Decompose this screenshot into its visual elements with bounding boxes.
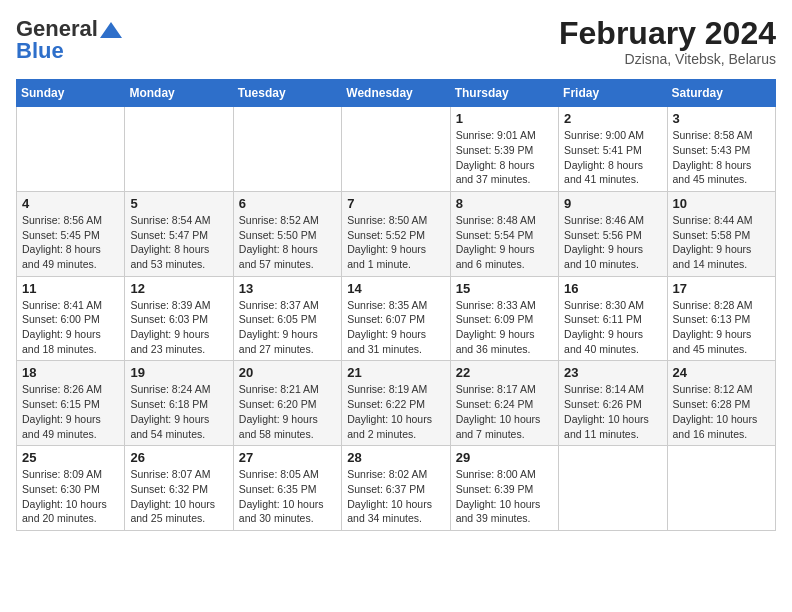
day-info: Sunrise: 8:52 AM Sunset: 5:50 PM Dayligh… [239,213,336,272]
day-number: 25 [22,450,119,465]
calendar-day-header: Friday [559,80,667,107]
calendar-cell: 5Sunrise: 8:54 AM Sunset: 5:47 PM Daylig… [125,191,233,276]
day-number: 16 [564,281,661,296]
day-number: 21 [347,365,444,380]
day-number: 8 [456,196,553,211]
calendar-cell: 12Sunrise: 8:39 AM Sunset: 6:03 PM Dayli… [125,276,233,361]
calendar-week-row: 4Sunrise: 8:56 AM Sunset: 5:45 PM Daylig… [17,191,776,276]
day-info: Sunrise: 8:09 AM Sunset: 6:30 PM Dayligh… [22,467,119,526]
day-info: Sunrise: 8:26 AM Sunset: 6:15 PM Dayligh… [22,382,119,441]
day-number: 19 [130,365,227,380]
calendar-cell: 3Sunrise: 8:58 AM Sunset: 5:43 PM Daylig… [667,107,775,192]
calendar-cell: 4Sunrise: 8:56 AM Sunset: 5:45 PM Daylig… [17,191,125,276]
calendar-day-header: Wednesday [342,80,450,107]
day-info: Sunrise: 8:48 AM Sunset: 5:54 PM Dayligh… [456,213,553,272]
day-number: 1 [456,111,553,126]
day-info: Sunrise: 8:54 AM Sunset: 5:47 PM Dayligh… [130,213,227,272]
calendar-week-row: 1Sunrise: 9:01 AM Sunset: 5:39 PM Daylig… [17,107,776,192]
calendar-cell: 13Sunrise: 8:37 AM Sunset: 6:05 PM Dayli… [233,276,341,361]
calendar-table: SundayMondayTuesdayWednesdayThursdayFrid… [16,79,776,531]
day-info: Sunrise: 8:19 AM Sunset: 6:22 PM Dayligh… [347,382,444,441]
day-number: 6 [239,196,336,211]
calendar-header: SundayMondayTuesdayWednesdayThursdayFrid… [17,80,776,107]
day-number: 14 [347,281,444,296]
day-number: 22 [456,365,553,380]
day-number: 11 [22,281,119,296]
calendar-cell: 25Sunrise: 8:09 AM Sunset: 6:30 PM Dayli… [17,446,125,531]
page-subtitle: Dzisna, Vitebsk, Belarus [559,51,776,67]
page-title: February 2024 [559,16,776,51]
calendar-cell: 19Sunrise: 8:24 AM Sunset: 6:18 PM Dayli… [125,361,233,446]
logo: General Blue [16,16,122,64]
calendar-day-header: Tuesday [233,80,341,107]
calendar-day-header: Saturday [667,80,775,107]
calendar-cell: 28Sunrise: 8:02 AM Sunset: 6:37 PM Dayli… [342,446,450,531]
calendar-week-row: 18Sunrise: 8:26 AM Sunset: 6:15 PM Dayli… [17,361,776,446]
day-number: 23 [564,365,661,380]
calendar-week-row: 11Sunrise: 8:41 AM Sunset: 6:00 PM Dayli… [17,276,776,361]
calendar-cell: 23Sunrise: 8:14 AM Sunset: 6:26 PM Dayli… [559,361,667,446]
day-info: Sunrise: 8:37 AM Sunset: 6:05 PM Dayligh… [239,298,336,357]
day-number: 3 [673,111,770,126]
day-number: 28 [347,450,444,465]
calendar-cell: 14Sunrise: 8:35 AM Sunset: 6:07 PM Dayli… [342,276,450,361]
day-info: Sunrise: 8:00 AM Sunset: 6:39 PM Dayligh… [456,467,553,526]
svg-marker-0 [100,22,122,38]
day-info: Sunrise: 8:50 AM Sunset: 5:52 PM Dayligh… [347,213,444,272]
day-number: 18 [22,365,119,380]
calendar-cell: 20Sunrise: 8:21 AM Sunset: 6:20 PM Dayli… [233,361,341,446]
day-number: 12 [130,281,227,296]
calendar-cell: 27Sunrise: 8:05 AM Sunset: 6:35 PM Dayli… [233,446,341,531]
day-info: Sunrise: 8:35 AM Sunset: 6:07 PM Dayligh… [347,298,444,357]
day-info: Sunrise: 8:17 AM Sunset: 6:24 PM Dayligh… [456,382,553,441]
calendar-cell: 8Sunrise: 8:48 AM Sunset: 5:54 PM Daylig… [450,191,558,276]
day-number: 15 [456,281,553,296]
day-info: Sunrise: 8:58 AM Sunset: 5:43 PM Dayligh… [673,128,770,187]
day-info: Sunrise: 8:21 AM Sunset: 6:20 PM Dayligh… [239,382,336,441]
day-info: Sunrise: 8:14 AM Sunset: 6:26 PM Dayligh… [564,382,661,441]
calendar-cell [125,107,233,192]
day-info: Sunrise: 8:33 AM Sunset: 6:09 PM Dayligh… [456,298,553,357]
calendar-cell: 2Sunrise: 9:00 AM Sunset: 5:41 PM Daylig… [559,107,667,192]
title-block: February 2024 Dzisna, Vitebsk, Belarus [559,16,776,67]
calendar-cell: 1Sunrise: 9:01 AM Sunset: 5:39 PM Daylig… [450,107,558,192]
calendar-cell: 24Sunrise: 8:12 AM Sunset: 6:28 PM Dayli… [667,361,775,446]
day-number: 2 [564,111,661,126]
day-info: Sunrise: 8:56 AM Sunset: 5:45 PM Dayligh… [22,213,119,272]
calendar-cell: 17Sunrise: 8:28 AM Sunset: 6:13 PM Dayli… [667,276,775,361]
calendar-cell: 15Sunrise: 8:33 AM Sunset: 6:09 PM Dayli… [450,276,558,361]
calendar-day-header: Sunday [17,80,125,107]
day-info: Sunrise: 8:44 AM Sunset: 5:58 PM Dayligh… [673,213,770,272]
calendar-cell [233,107,341,192]
calendar-cell [17,107,125,192]
day-number: 4 [22,196,119,211]
calendar-day-header: Thursday [450,80,558,107]
calendar-cell [667,446,775,531]
calendar-cell: 9Sunrise: 8:46 AM Sunset: 5:56 PM Daylig… [559,191,667,276]
calendar-week-row: 25Sunrise: 8:09 AM Sunset: 6:30 PM Dayli… [17,446,776,531]
day-info: Sunrise: 8:05 AM Sunset: 6:35 PM Dayligh… [239,467,336,526]
calendar-cell: 7Sunrise: 8:50 AM Sunset: 5:52 PM Daylig… [342,191,450,276]
day-number: 20 [239,365,336,380]
calendar-cell: 21Sunrise: 8:19 AM Sunset: 6:22 PM Dayli… [342,361,450,446]
day-info: Sunrise: 8:39 AM Sunset: 6:03 PM Dayligh… [130,298,227,357]
day-number: 29 [456,450,553,465]
calendar-cell [342,107,450,192]
page-header: General Blue February 2024 Dzisna, Viteb… [16,16,776,67]
calendar-cell: 16Sunrise: 8:30 AM Sunset: 6:11 PM Dayli… [559,276,667,361]
day-number: 17 [673,281,770,296]
calendar-cell: 29Sunrise: 8:00 AM Sunset: 6:39 PM Dayli… [450,446,558,531]
day-info: Sunrise: 8:12 AM Sunset: 6:28 PM Dayligh… [673,382,770,441]
logo-text-blue: Blue [16,38,64,64]
day-number: 5 [130,196,227,211]
calendar-cell: 26Sunrise: 8:07 AM Sunset: 6:32 PM Dayli… [125,446,233,531]
day-info: Sunrise: 8:24 AM Sunset: 6:18 PM Dayligh… [130,382,227,441]
calendar-day-header: Monday [125,80,233,107]
calendar-cell: 22Sunrise: 8:17 AM Sunset: 6:24 PM Dayli… [450,361,558,446]
day-number: 7 [347,196,444,211]
day-info: Sunrise: 8:07 AM Sunset: 6:32 PM Dayligh… [130,467,227,526]
day-info: Sunrise: 8:02 AM Sunset: 6:37 PM Dayligh… [347,467,444,526]
calendar-cell: 18Sunrise: 8:26 AM Sunset: 6:15 PM Dayli… [17,361,125,446]
calendar-cell [559,446,667,531]
calendar-cell: 6Sunrise: 8:52 AM Sunset: 5:50 PM Daylig… [233,191,341,276]
